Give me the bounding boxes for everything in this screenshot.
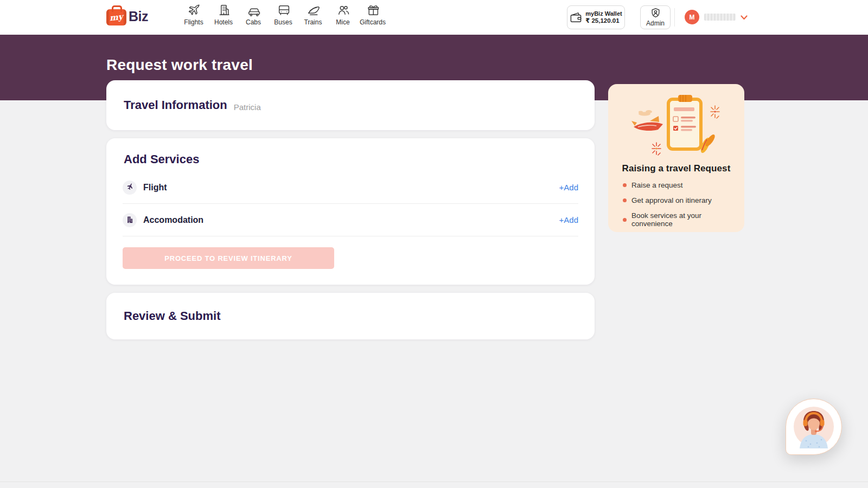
- nav-label: Trains: [304, 18, 322, 26]
- raising-travel-request-panel: Raising a travel Request Raise a request…: [608, 84, 744, 232]
- wallet-button[interactable]: myBiz Wallet ₹ 25,120.01: [567, 5, 625, 29]
- clipboard-plane-illustration: [628, 93, 725, 159]
- flights-icon: [187, 3, 201, 17]
- cabs-icon: [247, 3, 260, 17]
- nav-label: Cabs: [246, 18, 261, 26]
- nav-item-trains[interactable]: Trains: [299, 3, 327, 26]
- support-chat-widget[interactable]: [786, 399, 842, 455]
- service-label: Accomodation: [143, 215, 203, 225]
- service-label: Flight: [143, 183, 167, 192]
- bullet-dot-icon: [623, 183, 627, 187]
- page: my Biz Flights Hotels Cabs Buses: [0, 0, 868, 488]
- panel-bullet-list: Raise a request Get approval on itinerar…: [608, 181, 744, 228]
- admin-shield-icon: [650, 8, 661, 18]
- user-avatar: M: [685, 10, 699, 24]
- nav-label: Mice: [336, 18, 349, 26]
- top-header: my Biz Flights Hotels Cabs Buses: [0, 0, 868, 35]
- add-accommodation-link[interactable]: +Add: [559, 215, 578, 224]
- hotels-icon: [217, 3, 231, 17]
- proceed-to-review-button[interactable]: PROCEED TO REVIEW ITINERARY: [123, 247, 334, 269]
- accommodation-service-icon: [123, 213, 137, 227]
- nav-label: Hotels: [214, 18, 233, 26]
- nav-item-giftcards[interactable]: Giftcards: [359, 3, 387, 26]
- footer-divider: [0, 481, 868, 482]
- user-name-redacted: [704, 14, 736, 21]
- traveller-name: Patricia: [234, 99, 261, 112]
- primary-nav: Flights Hotels Cabs Buses Trains Mice: [180, 3, 387, 26]
- logo-biz-text: Biz: [129, 9, 148, 24]
- add-services-title: Add Services: [124, 152, 578, 166]
- support-agent-avatar: [792, 405, 835, 448]
- service-row-accommodation: Accomodation +Add: [123, 204, 578, 236]
- admin-button[interactable]: Admin: [640, 5, 671, 29]
- nav-label: Buses: [274, 18, 292, 26]
- chevron-down-icon: [741, 12, 748, 22]
- wallet-amount: ₹ 25,120.01: [585, 17, 622, 25]
- flight-service-icon: [123, 181, 137, 195]
- nav-item-flights[interactable]: Flights: [180, 3, 208, 26]
- review-submit-card: Review & Submit: [106, 293, 595, 339]
- add-flight-link[interactable]: +Add: [559, 183, 578, 192]
- page-title: Request work travel: [106, 56, 253, 74]
- nav-item-mice[interactable]: Mice: [329, 3, 357, 26]
- buses-icon: [277, 3, 290, 17]
- panel-bullet: Get approval on itinerary: [623, 196, 744, 204]
- wallet-icon: [570, 11, 582, 24]
- admin-label: Admin: [646, 20, 665, 27]
- suitcase-logo-icon: my: [106, 9, 126, 25]
- trains-icon: [307, 3, 320, 17]
- bullet-dot-icon: [623, 198, 627, 202]
- panel-title: Raising a travel Request: [608, 163, 744, 174]
- wallet-text: myBiz Wallet ₹ 25,120.01: [585, 10, 622, 25]
- mybiz-logo[interactable]: my Biz: [106, 7, 148, 25]
- travel-information-card: Travel Information Patricia: [106, 80, 595, 130]
- wallet-label: myBiz Wallet: [585, 10, 622, 17]
- nav-label: Flights: [184, 18, 203, 26]
- mice-icon: [336, 3, 350, 17]
- nav-item-hotels[interactable]: Hotels: [209, 3, 238, 26]
- panel-bullet: Book services at your convenience: [623, 211, 744, 228]
- travel-information-title: Travel Information: [124, 98, 227, 112]
- service-row-flight: Flight +Add: [123, 171, 578, 204]
- nav-item-buses[interactable]: Buses: [269, 3, 297, 26]
- add-services-card: Add Services Flight +Add Accomodation +A…: [106, 138, 595, 285]
- header-divider: [674, 8, 675, 27]
- nav-label: Giftcards: [360, 18, 386, 26]
- nav-item-cabs[interactable]: Cabs: [239, 3, 267, 26]
- panel-bullet: Raise a request: [623, 181, 744, 189]
- giftcards-icon: [366, 3, 380, 17]
- user-menu[interactable]: M: [685, 10, 748, 24]
- logo-script-text: my: [109, 12, 123, 23]
- bullet-dot-icon: [623, 218, 627, 222]
- review-submit-title: Review & Submit: [124, 309, 220, 323]
